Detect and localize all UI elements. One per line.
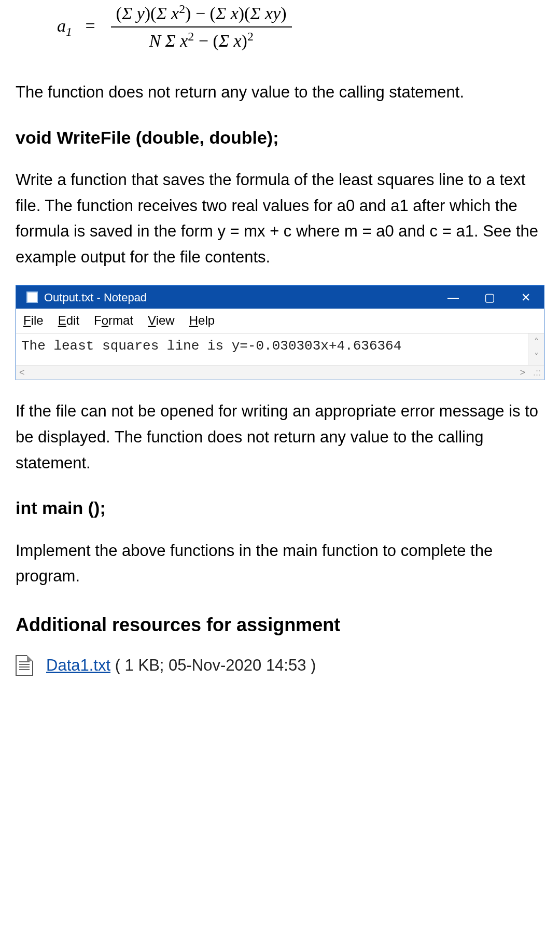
minimize-button[interactable]: — — [435, 286, 471, 309]
scroll-up-icon[interactable]: ˄ — [534, 335, 539, 350]
attachment-link[interactable]: Data1.txt — [46, 656, 110, 674]
notepad-menubar: File Edit Format View Help — [16, 309, 544, 333]
notepad-title: Output.txt - Notepad — [44, 288, 147, 307]
resize-grip-icon[interactable]: .:: — [525, 365, 541, 380]
paragraph-error-msg: If the file can not be opened for writin… — [16, 398, 544, 476]
close-button[interactable]: ✕ — [508, 286, 544, 309]
paragraph-writefile-desc: Write a function that saves the formula … — [16, 167, 544, 270]
equation-denominator: N Σ x2 − (Σ x)2 — [144, 27, 258, 54]
var-a-sub: 1 — [66, 25, 72, 38]
menu-view[interactable]: View — [148, 311, 175, 330]
vertical-scrollbar[interactable]: ˄ ˅ — [528, 334, 544, 366]
equation-lhs: a1 = — [57, 12, 111, 41]
menu-format[interactable]: Format — [94, 311, 133, 330]
scroll-down-icon[interactable]: ˅ — [534, 350, 539, 365]
notepad-titlebar: Output.txt - Notepad — ▢ ✕ — [16, 286, 544, 309]
menu-help[interactable]: Help — [189, 311, 215, 330]
equation-a1: a1 = (Σ y)(Σ x2) − (Σ x)(Σ xy) N Σ x2 − … — [16, 0, 544, 53]
equals-sign: = — [85, 16, 95, 35]
signature-main: int main (); — [16, 494, 544, 522]
maximize-button[interactable]: ▢ — [471, 286, 508, 309]
horizontal-scrollbar[interactable]: < > .:: — [16, 365, 544, 380]
notepad-icon — [26, 291, 38, 303]
paragraph-no-return-1: The function does not return any value t… — [16, 79, 544, 105]
heading-additional-resources: Additional resources for assignment — [16, 610, 544, 640]
scroll-left-icon[interactable]: < — [19, 365, 25, 380]
scroll-right-icon[interactable]: > — [520, 365, 525, 380]
menu-file[interactable]: File — [23, 311, 44, 330]
attachment-row: Data1.txt ( 1 KB; 05-Nov-2020 14:53 ) — [16, 652, 544, 678]
paragraph-main-desc: Implement the above functions in the mai… — [16, 538, 544, 589]
var-a: a — [57, 16, 66, 35]
attachment-meta: ( 1 KB; 05-Nov-2020 14:53 ) — [110, 656, 316, 674]
notepad-window: Output.txt - Notepad — ▢ ✕ File Edit For… — [16, 285, 544, 380]
equation-fraction: (Σ y)(Σ x2) − (Σ x)(Σ xy) N Σ x2 − (Σ x)… — [111, 0, 292, 53]
notepad-content[interactable]: The least squares line is y=-0.030303x+4… — [16, 334, 528, 366]
signature-writefile: void WriteFile (double, double); — [16, 123, 544, 151]
menu-edit[interactable]: Edit — [58, 311, 79, 330]
file-icon — [16, 655, 33, 676]
equation-numerator: (Σ y)(Σ x2) − (Σ x)(Σ xy) — [111, 0, 292, 27]
